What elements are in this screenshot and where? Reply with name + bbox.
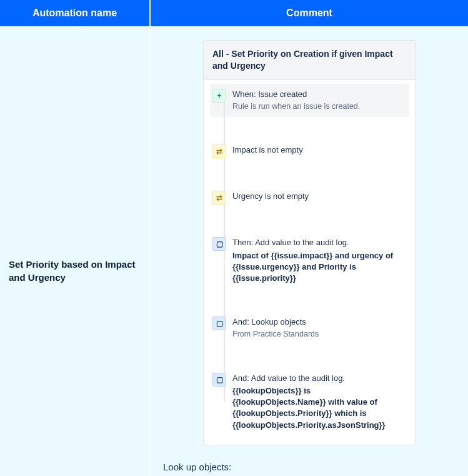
lookup-objects-block: Look up objects: ObjectType="Priority Ma… [159,462,459,476]
rule-title: All - Set Priority on Creation if given … [204,41,415,80]
rule-condition-impact[interactable]: ⇄ Impact is not empty [210,139,409,163]
table-row: Set Priority based on Impact and Urgency… [0,26,468,476]
lookup-heading: Look up objects: [163,462,456,472]
automation-table: Automation name Comment Set Priority bas… [0,0,468,476]
action-title: And: Lookup objects [232,316,406,328]
automation-name-cell: Set Priority based on Impact and Urgency [0,26,150,476]
trigger-content: When: Issue created Rule is run when an … [232,89,406,113]
trigger-subtitle: Rule is run when an issue is created. [232,101,406,113]
plus-icon: + [212,89,226,103]
connector [210,163,409,186]
header-comment: Comment [150,0,468,26]
automation-rule-card[interactable]: All - Set Priority on Creation if given … [203,40,416,445]
action-content: Then: Add value to the audit log. Impact… [232,237,406,284]
connector [210,289,409,311]
connector [210,345,409,368]
action-title: Then: Add value to the audit log. [232,237,406,248]
trigger-title: When: Issue created [232,89,406,100]
rule-action-audit-2[interactable]: ▢ And: Add value to the audit log. {{loo… [210,368,409,436]
action-content: And: Add value to the audit log. {{looku… [232,373,406,431]
clipboard-icon: ▢ [212,316,226,330]
table-header-row: Automation name Comment [0,0,468,26]
condition-content: Urgency is not empty [232,191,406,203]
action-subtitle: From Practice Standards [232,329,406,340]
condition-title: Impact is not empty [232,144,406,156]
rule-action-audit-1[interactable]: ▢ Then: Add value to the audit log. Impa… [210,232,409,289]
shuffle-icon: ⇄ [212,191,226,205]
action-body: {{lookupObjects}} is {{lookupObjects.Nam… [232,385,406,431]
shuffle-icon: ⇄ [212,144,226,158]
connector [210,210,409,232]
condition-content: Impact is not empty [232,144,406,157]
header-automation-name: Automation name [0,0,150,26]
rule-trigger-step[interactable]: + When: Issue created Rule is run when a… [210,84,409,118]
comment-cell: All - Set Priority on Creation if given … [150,26,468,476]
clipboard-icon: ▢ [212,373,226,387]
clipboard-icon: ▢ [212,237,226,251]
rule-body: + When: Issue created Rule is run when a… [204,80,415,445]
action-content: And: Lookup objects From Practice Standa… [232,316,406,340]
rule-action-lookup[interactable]: ▢ And: Lookup objects From Practice Stan… [210,311,409,345]
condition-title: Urgency is not empty [232,191,406,202]
connector [210,117,409,139]
action-title: And: Add value to the audit log. [232,373,406,384]
rule-condition-urgency[interactable]: ⇄ Urgency is not empty [210,186,409,210]
action-body: Impact of {{issue.impact}} and urgency o… [232,250,406,285]
